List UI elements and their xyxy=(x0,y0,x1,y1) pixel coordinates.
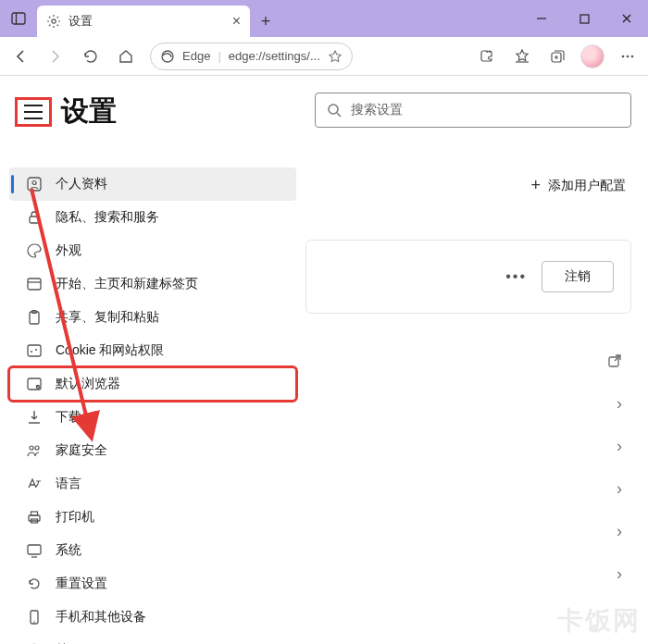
favorite-icon[interactable] xyxy=(328,49,343,64)
svg-line-37 xyxy=(337,113,341,117)
add-profile-label: 添加用户配置 xyxy=(548,178,626,194)
menu-item-reset[interactable]: 重置设置 xyxy=(9,567,296,601)
add-profile-button[interactable]: + 添加用户配置 xyxy=(305,176,626,195)
menu-item-appearance[interactable]: 外观 xyxy=(9,234,296,267)
forward-icon xyxy=(47,48,64,65)
settings-sidebar: 设置 个人资料 隐私、搜索和服务 外观 开始、主页和新建标签页 共享、复制和粘贴 xyxy=(0,76,305,644)
menu-item-privacy[interactable]: 隐私、搜索和服务 xyxy=(9,201,296,234)
reset-icon xyxy=(26,576,43,592)
maximize-icon xyxy=(579,14,590,24)
profile-option-row[interactable]: › xyxy=(305,467,631,510)
address-divider: | xyxy=(218,49,220,63)
more-button[interactable] xyxy=(611,40,644,73)
plus-icon: + xyxy=(261,12,271,31)
svg-point-2 xyxy=(52,19,56,23)
profile-card: ••• 注销 xyxy=(305,240,631,314)
menu-label: 隐私、搜索和服务 xyxy=(56,209,159,226)
window-minimize-button[interactable] xyxy=(520,0,563,37)
menu-item-cookies[interactable]: Cookie 和网站权限 xyxy=(9,334,296,367)
browser-tab-active[interactable]: 设置 × xyxy=(37,6,250,37)
menu-label: 手机和其他设备 xyxy=(56,609,146,625)
menu-item-default-browser[interactable]: 默认浏览器 xyxy=(9,367,296,401)
forward-button[interactable] xyxy=(39,40,72,73)
home-button[interactable] xyxy=(109,40,143,73)
svg-rect-4 xyxy=(580,15,589,23)
menu-item-share[interactable]: 共享、复制和粘贴 xyxy=(9,301,296,334)
collections-button[interactable] xyxy=(541,40,574,73)
svg-rect-31 xyxy=(28,545,41,554)
profile-options-list: › › › › › xyxy=(305,340,631,595)
family-icon xyxy=(26,442,43,459)
browser-toolbar: Edge | edge://settings/... xyxy=(0,37,648,76)
printer-icon xyxy=(26,509,43,526)
settings-menu-toggle[interactable] xyxy=(15,97,52,127)
extensions-button[interactable] xyxy=(470,40,504,73)
settings-search-input[interactable]: 搜索设置 xyxy=(315,93,631,128)
menu-item-devices[interactable]: 手机和其他设备 xyxy=(9,601,296,634)
profile-more-button[interactable]: ••• xyxy=(505,268,527,285)
menu-label: 重置设置 xyxy=(56,576,107,592)
profile-icon xyxy=(26,176,43,192)
page-title: 设置 xyxy=(61,93,117,130)
svg-point-23 xyxy=(35,349,37,351)
svg-rect-0 xyxy=(12,13,25,24)
menu-item-system[interactable]: 系统 xyxy=(9,534,296,567)
chevron-right-icon: › xyxy=(617,394,622,414)
search-icon xyxy=(327,103,342,118)
back-icon xyxy=(12,48,29,65)
lock-icon xyxy=(26,209,43,226)
avatar-icon xyxy=(580,44,604,68)
profile-button[interactable] xyxy=(576,40,609,73)
browser-default-icon xyxy=(26,376,43,392)
refresh-button[interactable] xyxy=(74,40,107,73)
home-icon xyxy=(118,48,134,65)
edge-logo-icon xyxy=(160,49,175,64)
tab-actions-button[interactable] xyxy=(0,0,37,37)
menu-item-profile[interactable]: 个人资料 xyxy=(9,167,296,201)
address-url: edge://settings/... xyxy=(229,49,320,63)
chevron-right-icon: › xyxy=(617,522,622,541)
phone-icon xyxy=(26,609,43,625)
tab-close-button[interactable]: × xyxy=(232,13,241,30)
profile-option-row[interactable]: › xyxy=(305,510,631,552)
tabstrip-icon xyxy=(11,11,26,26)
external-link-icon xyxy=(607,353,622,368)
settings-menu: 个人资料 隐私、搜索和服务 外观 开始、主页和新建标签页 共享、复制和粘贴 Co… xyxy=(9,167,296,644)
refresh-icon xyxy=(82,48,99,65)
titlebar-left: 设置 × + xyxy=(0,0,281,37)
svg-point-15 xyxy=(32,181,36,185)
menu-item-family[interactable]: 家庭安全 xyxy=(9,434,296,467)
profile-option-row[interactable]: › xyxy=(305,425,631,467)
address-bar[interactable]: Edge | edge://settings/... xyxy=(150,43,353,70)
profile-option-row[interactable] xyxy=(305,340,631,382)
new-tab-button[interactable]: + xyxy=(250,6,281,37)
menu-label: 系统 xyxy=(56,542,81,559)
menu-item-start[interactable]: 开始、主页和新建标签页 xyxy=(9,267,296,301)
back-button[interactable] xyxy=(4,40,37,73)
profile-option-row[interactable]: › xyxy=(305,552,631,595)
profile-option-row[interactable]: › xyxy=(305,382,631,425)
menu-label: Cookie 和网站权限 xyxy=(56,342,164,359)
search-placeholder: 搜索设置 xyxy=(351,102,403,118)
svg-point-34 xyxy=(33,621,35,623)
hamburger-icon xyxy=(23,104,44,120)
menu-label: 默认浏览器 xyxy=(56,376,120,392)
window-maximize-button[interactable] xyxy=(563,0,605,37)
window-controls xyxy=(520,0,648,37)
menu-item-language[interactable]: 语言 xyxy=(9,467,296,501)
svg-point-36 xyxy=(329,105,338,114)
svg-rect-28 xyxy=(29,515,40,521)
clipboard-icon xyxy=(26,309,43,326)
menu-item-downloads[interactable]: 下载 xyxy=(9,401,296,434)
menu-label: 共享、复制和粘贴 xyxy=(56,309,159,326)
svg-rect-29 xyxy=(31,512,38,515)
logout-button[interactable]: 注销 xyxy=(542,261,614,292)
chevron-right-icon: › xyxy=(617,437,622,456)
menu-item-about[interactable]: 关于 Microsoft Edge xyxy=(9,634,296,644)
menu-item-printer[interactable]: 打印机 xyxy=(9,501,296,534)
menu-label: 打印机 xyxy=(56,509,94,526)
settings-main: 搜索设置 + 添加用户配置 ••• 注销 › › › › › xyxy=(305,76,648,644)
favorites-button[interactable] xyxy=(505,40,539,73)
close-icon xyxy=(621,13,632,24)
window-close-button[interactable] xyxy=(605,0,648,37)
